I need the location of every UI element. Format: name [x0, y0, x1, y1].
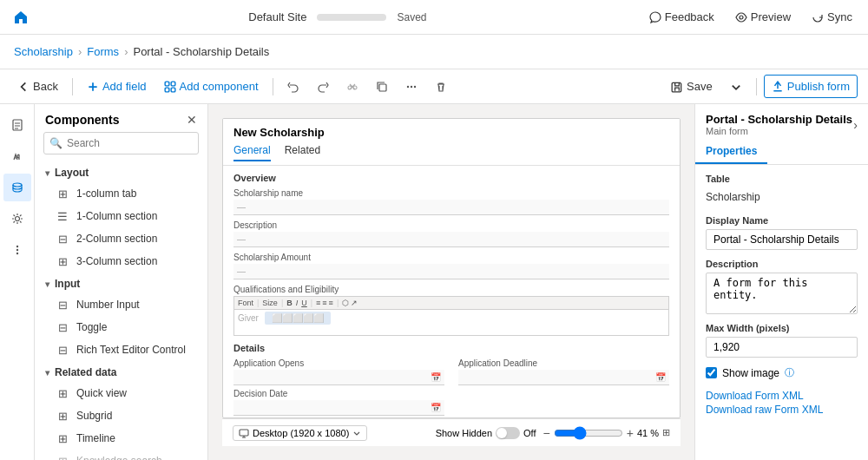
svg-point-0	[740, 16, 743, 19]
item-number-input[interactable]: ⊟ Number Input	[35, 293, 207, 316]
add-field-button[interactable]: Add field	[80, 76, 154, 97]
panel-close-button[interactable]: ✕	[187, 113, 197, 127]
preview-button[interactable]: Preview	[730, 7, 796, 27]
sync-label: Sync	[827, 10, 852, 23]
zoom-controls: − + 41 % ⊞	[543, 426, 670, 440]
subgrid-label: Subgrid	[76, 410, 112, 422]
sync-button[interactable]: Sync	[806, 7, 858, 27]
amount-label: Scholarship Amount	[233, 253, 669, 262]
item-timeline[interactable]: ⊞ Timeline	[35, 427, 207, 450]
preview-label: Preview	[751, 10, 791, 23]
save-dropdown-button[interactable]	[723, 76, 749, 97]
form-body: Overview Scholarship name — Description …	[223, 166, 680, 418]
knowledge-search-icon: ⊞	[56, 454, 69, 460]
feedback-button[interactable]: Feedback	[644, 7, 720, 27]
related-section-header[interactable]: ▾ Related data	[35, 361, 207, 382]
nav-more-button[interactable]	[3, 236, 31, 264]
rte-icon: ⊟	[56, 343, 69, 357]
nav-setup-button[interactable]	[3, 205, 31, 233]
breadcrumb-sep2: ›	[124, 45, 128, 58]
device-selector[interactable]: Desktop (1920 x 1080)	[233, 425, 367, 441]
scholarship-name-value: —	[233, 200, 669, 215]
add-component-button[interactable]: Add component	[157, 76, 266, 97]
description-group: Description A form for this entity.	[706, 259, 858, 314]
form-tab-related[interactable]: Related	[285, 142, 320, 161]
form-row-qualifications: Qualifications and Eligibility Font| Siz…	[233, 285, 669, 336]
download-links: Download Form XML Download raw Form XML	[706, 388, 858, 417]
item-rte[interactable]: ⊟ Rich Text Editor Control	[35, 338, 207, 361]
toggle-track[interactable]	[496, 427, 520, 439]
item-knowledge-search[interactable]: ⊞ Knowledge search	[35, 450, 207, 460]
canvas-area[interactable]: New Scholarship General Related Overview…	[208, 104, 694, 460]
right-panel: Portal - Scholarship Details Main form ›…	[694, 104, 868, 460]
number-input-icon: ⊟	[56, 298, 69, 312]
zoom-out-button[interactable]: −	[543, 426, 550, 440]
right-panel-body: Table Scholarship Display Name Descripti…	[695, 165, 868, 426]
item-toggle[interactable]: ⊟ Toggle	[35, 316, 207, 338]
svg-rect-15	[240, 430, 248, 436]
delete-button[interactable]	[428, 76, 454, 97]
input-section-label: Input	[55, 278, 80, 290]
cut-button[interactable]	[339, 76, 365, 97]
toggle-state-label: Off	[523, 428, 536, 438]
home-icon[interactable]	[10, 7, 31, 28]
timeline-icon: ⊞	[56, 431, 69, 445]
show-image-checkbox[interactable]	[706, 367, 717, 378]
svg-rect-4	[171, 88, 175, 92]
zoom-slider[interactable]	[554, 426, 623, 440]
display-name-input[interactable]	[706, 229, 858, 250]
item-quick-view[interactable]: ⊞ Quick view	[35, 382, 207, 404]
nav-icons	[0, 104, 35, 460]
right-panel-expand-button[interactable]: ›	[853, 118, 858, 132]
more-button[interactable]	[398, 76, 424, 97]
saved-badge: Saved	[397, 11, 426, 23]
download-form-xml-link[interactable]: Download Form XML	[706, 390, 858, 402]
scholarship-name-label: Scholarship name	[233, 188, 669, 198]
undo-button[interactable]	[280, 76, 306, 97]
nav-styling-button[interactable]	[3, 142, 31, 170]
description-label: Description	[233, 220, 669, 230]
item-2col-section[interactable]: ⊟ 2-Column section	[35, 227, 207, 250]
nav-data-button[interactable]	[3, 174, 31, 201]
copy-button[interactable]	[369, 76, 395, 97]
layout-section-label: Layout	[55, 167, 89, 179]
redo-button[interactable]	[310, 76, 336, 97]
rte-body[interactable]: Giver ⬜⬜⬜⬜⬜	[233, 310, 669, 336]
tab-properties[interactable]: Properties	[695, 140, 767, 164]
max-width-input[interactable]	[706, 337, 858, 358]
top-bar-left	[10, 7, 31, 28]
publish-form-button[interactable]: Publish form	[764, 75, 858, 98]
svg-rect-5	[379, 84, 386, 91]
zoom-value: 41 %	[637, 428, 659, 438]
rte-toolbar: Font| Size| BIU | ≡≡≡ | ⬡↗	[233, 296, 669, 310]
form-preview-header: New Scholarship General Related	[223, 119, 680, 166]
form-tab-general[interactable]: General	[233, 142, 271, 161]
back-button[interactable]: Back	[10, 76, 65, 97]
layout-chevron-icon: ▾	[45, 168, 49, 178]
site-name: Default Site	[248, 10, 306, 23]
description-textarea[interactable]: A form for this entity.	[706, 273, 858, 314]
breadcrumb-item2[interactable]: Forms	[87, 45, 119, 58]
canvas-bottom-left: Desktop (1920 x 1080)	[233, 425, 367, 441]
input-section-header[interactable]: ▾ Input	[35, 273, 207, 293]
item-subgrid[interactable]: ⊞ Subgrid	[35, 404, 207, 427]
layout-section-header[interactable]: ▾ Layout	[35, 161, 207, 182]
nav-pages-button[interactable]	[3, 111, 31, 139]
search-input[interactable]	[43, 132, 199, 154]
save-button[interactable]: Save	[664, 76, 720, 97]
show-hidden-toggle: Show Hidden Off	[436, 427, 536, 439]
field-scholarship-name: Scholarship name —	[233, 188, 669, 215]
breadcrumb-item1[interactable]: Scholarship	[14, 45, 73, 58]
overview-section: Overview	[233, 173, 669, 183]
item-3col-section[interactable]: ⊞ 3-Column section	[35, 250, 207, 273]
field-app-opens: Application Opens 📅	[233, 358, 444, 385]
giver-value: ⬜⬜⬜⬜⬜	[265, 312, 331, 325]
max-width-group: Max Width (pixels)	[706, 323, 858, 358]
fit-to-screen-button[interactable]: ⊞	[662, 427, 670, 438]
panel-title: Components	[45, 113, 120, 127]
zoom-in-button[interactable]: +	[627, 426, 634, 440]
search-icon: 🔍	[49, 137, 62, 149]
download-raw-form-xml-link[interactable]: Download raw Form XML	[706, 404, 858, 416]
item-1col-tab[interactable]: ⊞ 1-column tab	[35, 182, 207, 205]
item-1col-section[interactable]: ☰ 1-Column section	[35, 205, 207, 227]
